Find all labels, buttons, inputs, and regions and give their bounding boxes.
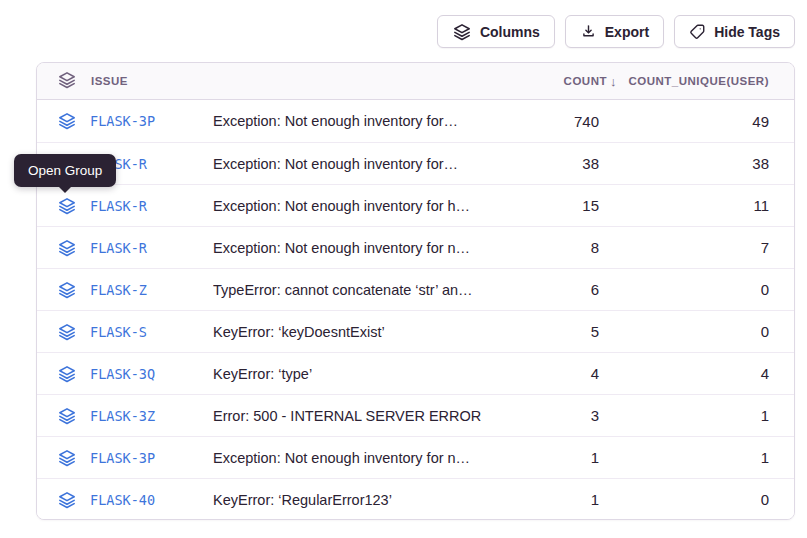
count-value: 4 <box>509 365 599 382</box>
layers-icon[interactable] <box>57 322 77 342</box>
columns-button[interactable]: Columns <box>437 15 555 48</box>
issue-link[interactable]: FLASK-R <box>90 240 147 256</box>
issue-cell: FLASK-S <box>37 322 213 342</box>
count-value: 15 <box>509 197 599 214</box>
open-group-tooltip-label: Open Group <box>28 163 102 178</box>
layers-icon[interactable] <box>57 238 77 258</box>
table-header-row: ISSUE COUNT ↓ COUNT_UNIQUE(USER) <box>37 63 794 100</box>
layers-icon[interactable] <box>57 364 77 384</box>
issue-title: Exception: Not enough inventory for… <box>213 113 509 129</box>
count-value: 6 <box>509 281 599 298</box>
count-unique-value: 1 <box>599 407 794 424</box>
issue-cell: FLASK-40 <box>37 490 213 510</box>
hide-tags-button[interactable]: Hide Tags <box>674 15 795 48</box>
layers-icon[interactable] <box>57 448 77 468</box>
issue-cell: FLASK-3Z <box>37 406 213 426</box>
issue-link[interactable]: FLASK-3Z <box>90 408 155 424</box>
table-row: FLASK-3P Exception: Not enough inventory… <box>37 100 794 142</box>
issue-link[interactable]: FLASK-3Q <box>90 366 155 382</box>
table-row: FLASK-R Exception: Not enough inventory … <box>37 184 794 226</box>
layers-icon[interactable] <box>57 406 77 426</box>
count-unique-value: 7 <box>599 239 794 256</box>
header-issue-label: ISSUE <box>91 75 128 87</box>
layers-icon <box>57 70 77 92</box>
issue-title: Exception: Not enough inventory for n… <box>213 450 509 466</box>
count-unique-value: 0 <box>599 323 794 340</box>
count-value: 1 <box>509 449 599 466</box>
discover-results-page: Columns Export Hide Tags <box>0 0 807 538</box>
layers-icon[interactable] <box>57 280 77 300</box>
issue-title: Exception: Not enough inventory for h… <box>213 198 509 214</box>
hide-tags-button-label: Hide Tags <box>714 24 780 40</box>
open-group-tooltip: Open Group <box>14 154 116 187</box>
issue-cell: FLASK-R <box>37 196 213 216</box>
sort-desc-icon: ↓ <box>610 74 617 89</box>
table-row: FLASK-R Exception: Not enough inventory … <box>37 226 794 268</box>
layers-icon <box>452 22 472 42</box>
table-row: FLASK-Z TypeError: cannot concatenate ‘s… <box>37 268 794 310</box>
issue-link[interactable]: FLASK-Z <box>90 282 147 298</box>
issue-title: Exception: Not enough inventory for n… <box>213 240 509 256</box>
table-row: FLASK-R Exception: Not enough inventory … <box>37 142 794 184</box>
table-row: FLASK-S KeyError: ‘keyDoesntExist’ 5 0 <box>37 310 794 352</box>
columns-button-label: Columns <box>480 24 540 40</box>
table-row: FLASK-3P Exception: Not enough inventory… <box>37 436 794 478</box>
table-row: FLASK-3Z Error: 500 - INTERNAL SERVER ER… <box>37 394 794 436</box>
table-body: FLASK-3P Exception: Not enough inventory… <box>37 100 794 520</box>
header-count-unique-label: COUNT_UNIQUE(USER) <box>628 75 769 87</box>
count-unique-value: 4 <box>599 365 794 382</box>
table-row: FLASK-40 KeyError: ‘RegularError123’ 1 0 <box>37 478 794 520</box>
count-value: 5 <box>509 323 599 340</box>
header-count-label: COUNT <box>564 75 607 87</box>
issue-cell: FLASK-3P <box>37 448 213 468</box>
tag-icon <box>689 23 706 40</box>
header-count[interactable]: COUNT ↓ <box>509 74 599 89</box>
issue-title: Exception: Not enough inventory for… <box>213 156 509 172</box>
table-toolbar: Columns Export Hide Tags <box>437 15 795 48</box>
issue-title: KeyError: ‘type’ <box>213 366 509 382</box>
results-table: ISSUE COUNT ↓ COUNT_UNIQUE(USER) FLASK-3… <box>36 62 795 520</box>
count-unique-value: 0 <box>599 491 794 508</box>
count-unique-value: 11 <box>599 197 794 214</box>
issue-link[interactable]: FLASK-40 <box>90 492 155 508</box>
header-issue[interactable]: ISSUE <box>37 70 213 92</box>
issue-cell: FLASK-R <box>37 238 213 258</box>
issue-title: TypeError: cannot concatenate ‘str’ an… <box>213 282 509 298</box>
issue-title: KeyError: ‘keyDoesntExist’ <box>213 324 509 340</box>
count-unique-value: 1 <box>599 449 794 466</box>
issue-cell: FLASK-3Q <box>37 364 213 384</box>
issue-link[interactable]: FLASK-R <box>90 198 147 214</box>
export-button-label: Export <box>605 24 649 40</box>
issue-cell: FLASK-Z <box>37 280 213 300</box>
issue-link[interactable]: FLASK-3P <box>90 450 155 466</box>
issue-title: Error: 500 - INTERNAL SERVER ERROR <box>213 408 509 424</box>
count-value: 3 <box>509 407 599 424</box>
header-count-unique[interactable]: COUNT_UNIQUE(USER) <box>599 75 794 87</box>
count-value: 740 <box>509 113 599 130</box>
layers-icon[interactable] <box>57 196 77 216</box>
layers-icon[interactable] <box>57 490 77 510</box>
export-button[interactable]: Export <box>565 15 664 48</box>
count-unique-value: 38 <box>599 155 794 172</box>
issue-link[interactable]: FLASK-3P <box>90 113 155 129</box>
issue-link[interactable]: FLASK-S <box>90 324 147 340</box>
count-value: 1 <box>509 491 599 508</box>
count-unique-value: 0 <box>599 281 794 298</box>
count-value: 38 <box>509 155 599 172</box>
layers-icon[interactable] <box>57 111 77 131</box>
issue-cell: FLASK-3P <box>37 111 213 131</box>
count-value: 8 <box>509 239 599 256</box>
issue-title: KeyError: ‘RegularError123’ <box>213 492 509 508</box>
download-icon <box>580 23 597 40</box>
table-row: FLASK-3Q KeyError: ‘type’ 4 4 <box>37 352 794 394</box>
count-unique-value: 49 <box>599 113 794 130</box>
